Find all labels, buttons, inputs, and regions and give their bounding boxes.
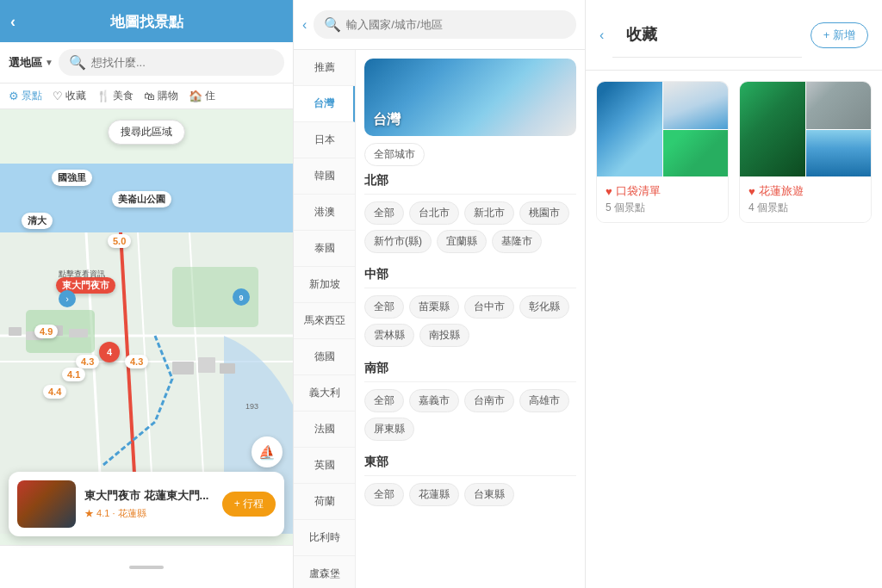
east-tags-1: 全部 花蓮縣 台東縣	[364, 483, 576, 506]
region-select[interactable]: 選地區 ▼	[9, 55, 53, 71]
middle-content: 推薦 台灣 日本 韓國 港澳 泰國 新加坡 馬來西亞 德國 義大利 法國 英國 …	[294, 50, 585, 588]
tag-yunlin[interactable]: 雲林縣	[364, 324, 414, 347]
tag-nantou[interactable]: 南投縣	[419, 324, 469, 347]
map-pin-district: 國強里	[52, 170, 92, 186]
cat-food-label: 美食	[113, 89, 134, 103]
tag-pingtung[interactable]: 屏東縣	[364, 418, 414, 441]
central-tags-1: 全部 苗栗縣 台中市 彰化縣	[364, 295, 576, 319]
search-region-button[interactable]: 搜尋此區域	[108, 120, 185, 145]
map-rating2: 4.3	[125, 355, 148, 368]
pin-bubble-label: 清大	[22, 213, 53, 229]
left-title: 地圖找景點	[110, 14, 183, 30]
collection-card-wishlist[interactable]: ♥ 口袋清單 5 個景點	[596, 81, 729, 223]
chevron-icon: ›	[59, 290, 76, 307]
tag-all-e[interactable]: 全部	[364, 483, 404, 506]
cat-stay[interactable]: 🏠 住	[189, 89, 215, 103]
cat-shopping[interactable]: 🛍 購物	[144, 89, 178, 103]
svg-text:9: 9	[239, 294, 243, 302]
wishlist-main-photo	[597, 82, 662, 176]
south-tags-2: 屏東縣	[364, 418, 576, 441]
tag-taitung[interactable]: 台東縣	[464, 483, 514, 506]
cat-spots[interactable]: ⚙ 景點	[9, 89, 42, 103]
country-item-thailand[interactable]: 泰國	[294, 231, 355, 267]
hualien-photo-2	[806, 82, 872, 129]
heart-icon-2: ♥	[748, 185, 755, 198]
navigation-button[interactable]: ⛵	[252, 436, 283, 467]
cat-stay-label: 住	[205, 89, 215, 103]
tag-taipei[interactable]: 台北市	[409, 201, 459, 225]
left-search-wrap[interactable]: 🔍	[59, 49, 284, 76]
right-header: ‹ 收藏 + 新增	[586, 0, 882, 71]
country-item-luxembourg[interactable]: 盧森堡	[294, 556, 355, 588]
cat-food[interactable]: 🍴 美食	[96, 89, 134, 103]
right-title: 收藏	[612, 12, 801, 58]
rating-label: 4.9	[34, 325, 58, 338]
map-container[interactable]: 9 193 搜尋此區域 國強里 清大 美崙山公園 東大門夜市 › 點擊查看資訊 …	[0, 109, 293, 588]
map-pin-arrow[interactable]: ›	[59, 290, 76, 307]
tag-hsinchu[interactable]: 新竹市(縣)	[364, 230, 432, 253]
featured-taiwan-image[interactable]: 台灣	[364, 59, 576, 136]
heart-icon-1: ♥	[606, 185, 612, 198]
country-item-singapore[interactable]: 新加坡	[294, 267, 355, 303]
tag-all-c[interactable]: 全部	[364, 295, 404, 319]
spots-icon: ⚙	[9, 90, 19, 102]
wishlist-photo-2	[663, 82, 729, 129]
country-item-france[interactable]: 法國	[294, 412, 355, 448]
middle-back-button[interactable]: ‹	[302, 17, 307, 33]
country-item-uk[interactable]: 英國	[294, 448, 355, 484]
country-sidebar: 推薦 台灣 日本 韓國 港澳 泰國 新加坡 馬來西亞 德國 義大利 法國 英國 …	[294, 50, 356, 588]
map-pin-num1[interactable]: 4	[99, 342, 120, 362]
map-pin-park: 美崙山公園	[112, 191, 171, 207]
country-item-belgium[interactable]: 比利時	[294, 520, 355, 556]
tag-kaohsiung[interactable]: 高雄市	[519, 389, 569, 412]
country-item-malaysia[interactable]: 馬來西亞	[294, 303, 355, 339]
tag-miaoli[interactable]: 苗栗縣	[409, 295, 459, 319]
tag-yilan[interactable]: 宜蘭縣	[437, 230, 487, 253]
tag-tainan[interactable]: 台南市	[464, 389, 514, 412]
tag-changhua[interactable]: 彰化縣	[519, 295, 569, 319]
middle-search-wrap[interactable]: 🔍	[314, 10, 576, 39]
left-search-input[interactable]	[91, 56, 274, 69]
left-back-button[interactable]: ‹	[10, 12, 16, 30]
poi-img-content	[17, 480, 76, 528]
pin-bubble-label: 國強里	[52, 170, 92, 186]
favorites-icon: ♡	[53, 90, 63, 102]
map-rating6: 5.0	[108, 234, 131, 248]
tag-chiayi[interactable]: 嘉義市	[409, 389, 459, 412]
tag-hualien[interactable]: 花蓮縣	[409, 483, 459, 506]
tag-taoyuan[interactable]: 桃園市	[519, 201, 569, 225]
add-route-button[interactable]: + 行程	[222, 492, 276, 517]
collection-card-hualien[interactable]: ♥ 花蓮旅遊 4 個景點	[739, 81, 872, 223]
taiwan-mountain-photo	[663, 82, 729, 129]
tag-all[interactable]: 全部	[364, 201, 404, 225]
cat-favorites[interactable]: ♡ 收藏	[53, 89, 86, 103]
country-item-hkmacao[interactable]: 港澳	[294, 195, 355, 231]
tag-all-s[interactable]: 全部	[364, 389, 404, 412]
shopping-icon: 🛍	[144, 90, 155, 102]
map-rating5: 4.4	[43, 385, 66, 399]
country-item-recommend[interactable]: 推薦	[294, 50, 355, 86]
search-icon: 🔍	[69, 54, 86, 71]
middle-search-input[interactable]	[346, 18, 566, 31]
country-item-italy[interactable]: 義大利	[294, 375, 355, 412]
wishlist-photo-3	[663, 130, 729, 177]
country-item-taiwan[interactable]: 台灣	[294, 86, 355, 122]
collection-name-2: ♥ 花蓮旅遊	[748, 183, 862, 199]
tag-newtaipei[interactable]: 新北市	[464, 201, 514, 225]
right-back-button[interactable]: ‹	[599, 28, 604, 43]
poi-card[interactable]: 東大門夜市 花蓮東大門... ★ 4.1 · 花蓮縣 + 行程	[9, 472, 284, 536]
collection-info-2: ♥ 花蓮旅遊 4 個景點	[740, 176, 871, 222]
country-item-korea[interactable]: 韓國	[294, 158, 355, 195]
country-item-germany[interactable]: 德國	[294, 339, 355, 375]
country-item-japan[interactable]: 日本	[294, 122, 355, 158]
tag-keelung[interactable]: 基隆市	[492, 230, 542, 253]
south-tags-1: 全部 嘉義市 台南市 高雄市	[364, 389, 576, 412]
new-collection-button[interactable]: + 新增	[811, 22, 868, 48]
country-item-netherlands[interactable]: 荷蘭	[294, 484, 355, 520]
middle-search-bar: ‹ 🔍	[294, 0, 585, 50]
tag-taichung[interactable]: 台中市	[464, 295, 514, 319]
east-section: 東部 全部 花蓮縣 台東縣	[364, 455, 576, 506]
all-cities-tag[interactable]: 全部城市	[364, 143, 425, 166]
left-search-row: 選地區 ▼ 🔍	[0, 42, 293, 84]
central-section: 中部 全部 苗栗縣 台中市 彰化縣 雲林縣 南投縣	[364, 267, 576, 347]
